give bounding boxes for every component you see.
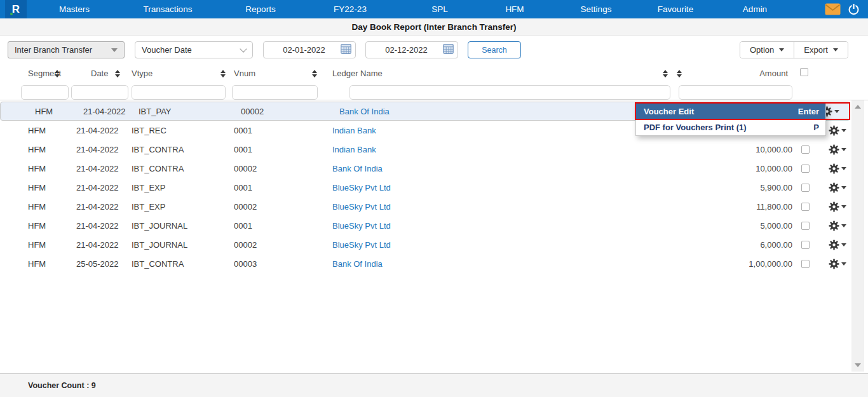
nav-item-spl[interactable]: SPL [431,0,448,18]
nav-item-masters[interactable]: Masters [59,0,90,18]
page-title: Day Book Report (Inter Branch Transfer) [352,22,517,32]
nav-item-settings[interactable]: Settings [581,0,612,18]
header-amount[interactable]: Amount [759,69,788,78]
sort-icon-amount[interactable] [677,70,682,77]
cell-ledger-link[interactable]: BlueSky Pvt Ltd [332,202,659,212]
cell-amount: 5,900.00 [659,183,792,192]
to-date-input[interactable] [365,41,458,58]
to-date-field[interactable] [370,45,443,55]
option-button[interactable]: Option [740,42,794,58]
sort-icon-vtype[interactable] [220,70,226,77]
row-checkbox[interactable] [801,165,810,173]
row-checkbox[interactable] [801,184,810,192]
menu-item-shortcut: Enter [798,107,819,116]
cell-ledger-link[interactable]: BlueSky Pvt Ltd [332,183,659,192]
caret-down-icon [841,148,846,151]
export-button[interactable]: Export [794,42,848,58]
cell-vtype: IBT_EXP [132,183,234,192]
report-type-select[interactable]: Inter Branch Transfer [8,41,125,58]
mail-icon[interactable] [825,3,841,18]
from-date-field[interactable] [268,45,341,55]
amount-filter-input[interactable] [679,85,792,100]
row-actions-button[interactable] [818,239,850,250]
cell-ledger-link[interactable]: BlueSky Pvt Ltd [332,221,659,231]
row-actions-button[interactable] [818,259,850,269]
cell-ledger-link[interactable]: BlueSky Pvt Ltd [332,240,659,250]
cell-vnum: 00002 [234,240,332,250]
nav-item-transactions[interactable]: Transactions [144,0,193,18]
vtype-filter-input[interactable] [132,85,226,100]
gear-icon [829,125,839,136]
nav-item-favourite[interactable]: Favourite [658,0,693,18]
caret-down-icon [841,167,846,170]
segment-filter-input[interactable] [21,85,69,100]
cell-vnum: 0001 [234,183,332,192]
header-vtype[interactable]: Vtype [132,69,153,78]
table-row[interactable]: HFM 21-04-2022 IBT_EXP 0001 BlueSky Pvt … [0,178,850,197]
select-all-checkbox[interactable] [800,68,808,76]
row-checkbox[interactable] [801,222,810,230]
cell-vtype: IBT_CONTRA [132,145,234,154]
caret-down-icon [841,129,846,132]
date-filter-input[interactable] [71,85,128,100]
row-checkbox[interactable] [801,260,810,268]
row-actions-button[interactable] [818,182,850,193]
cell-vnum: 00002 [234,202,332,212]
calendar-icon[interactable] [341,44,351,57]
cell-ledger-link[interactable]: Indian Bank [332,145,659,154]
table-row[interactable]: HFM 21-04-2022 IBT_EXP 00002 BlueSky Pvt… [0,197,850,216]
cell-segment: HFM [0,183,76,192]
sort-icon-date[interactable] [115,70,121,77]
nav-item-admin[interactable]: Admin [743,0,767,18]
table-row[interactable]: HFM 21-04-2022 IBT_JOURNAL 00002 BlueSky… [0,235,850,254]
nav-item-reports[interactable]: Reports [245,0,275,18]
row-actions-button[interactable] [818,201,850,212]
cell-ledger-link[interactable]: Bank Of India [332,259,659,269]
calendar-icon[interactable] [443,44,454,57]
from-date-input[interactable] [263,41,356,58]
row-actions-button[interactable] [818,144,850,155]
ledger-filter-input[interactable] [349,85,670,100]
row-checkbox[interactable] [801,203,810,211]
cell-ledger-link[interactable]: Bank Of India [339,107,652,116]
cell-vtype: IBT_CONTRA [132,164,234,173]
search-button[interactable]: Search [468,41,521,58]
menu-item-voucher-edit[interactable]: Voucher Edit Enter [636,104,825,119]
cell-date: 25-05-2022 [76,259,132,269]
scroll-down-icon[interactable] [855,363,861,367]
row-actions-button[interactable] [818,163,850,174]
scroll-up-icon[interactable] [855,105,861,109]
table-row[interactable]: HFM 25-05-2022 IBT_CONTRA 00003 Bank Of … [0,254,850,273]
cell-vtype: IBT_JOURNAL [132,240,234,250]
header-date[interactable]: Date [91,69,108,78]
app-logo[interactable]: R [5,0,27,18]
app-window: R Masters Transactions Reports FY22-23 S… [0,0,868,397]
cell-ledger-link[interactable]: Bank Of India [332,164,659,173]
cell-amount: 10,000.00 [659,164,792,173]
row-checkbox[interactable] [801,145,810,154]
cell-ledger-link[interactable]: Indian Bank [332,126,659,135]
vnum-filter-input[interactable] [232,85,318,100]
cell-amount: 11,800.00 [659,202,792,212]
power-icon[interactable] [848,3,860,18]
logo-dot-icon [10,13,13,15]
row-actions-button[interactable] [818,220,850,231]
sort-icon-segment[interactable] [55,70,60,77]
table-row[interactable]: HFM 21-04-2022 IBT_JOURNAL 0001 BlueSky … [0,216,850,235]
row-context-menu: Voucher Edit Enter PDF for Vouchers Prin… [635,103,826,136]
menu-item-pdf-vouchers-print[interactable]: PDF for Vouchers Print (1) P [636,119,825,135]
sort-icon-vnum[interactable] [312,70,318,77]
date-mode-select[interactable]: Voucher Date [135,41,253,58]
table-row[interactable]: HFM 21-04-2022 IBT_CONTRA 00002 Bank Of … [0,159,850,178]
row-checkbox[interactable] [801,241,810,249]
nav-item-hfm[interactable]: HFM [505,0,524,18]
nav-item-fy22-23[interactable]: FY22-23 [334,0,367,18]
sort-icon-ledger[interactable] [663,70,668,77]
gear-icon [829,182,839,193]
table-row[interactable]: HFM 21-04-2022 IBT_CONTRA 0001 Indian Ba… [0,140,850,159]
header-ledger-name[interactable]: Ledger Name [332,69,383,78]
cell-date: 21-04-2022 [76,145,132,154]
option-export-group: Option Export [740,41,848,58]
header-vnum[interactable]: Vnum [234,69,255,78]
vertical-scrollbar[interactable] [851,100,864,372]
